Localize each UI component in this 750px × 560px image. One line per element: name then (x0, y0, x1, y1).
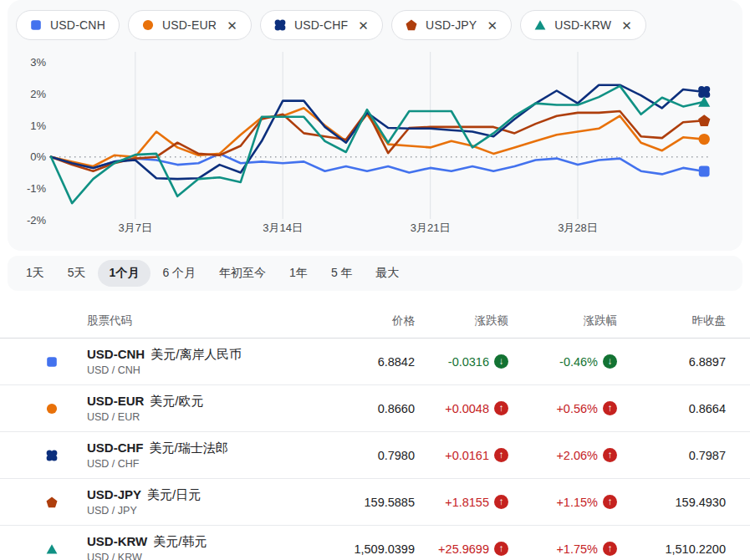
pct-cell: +0.56%↑ (508, 401, 617, 415)
quotes-table: 股票代码 价格 涨跌额 涨跌幅 昨收盘 USD-CNH美元/离岸人民币 USD … (0, 304, 750, 560)
symbol-code: USD-KRW (87, 534, 147, 548)
table-row-usd-krw[interactable]: USD-KRW美元/韩元 USD / KRW 1,509.0399 +25.96… (0, 526, 750, 560)
svg-text:-2%: -2% (27, 214, 47, 227)
series-marker-triangle-icon (534, 19, 546, 31)
price-cell: 6.8842 (331, 355, 415, 369)
price-cell: 0.7980 (331, 449, 415, 462)
range-button-5y[interactable]: 5 年 (319, 260, 365, 287)
change-value: +1.8155 (445, 496, 489, 509)
symbol-name: 美元/瑞士法郎 (150, 440, 228, 455)
chip-label: USD-KRW (554, 18, 611, 32)
price-cell: 159.5885 (331, 496, 415, 509)
chip-usd-eur[interactable]: USD-EUR ✕ (128, 10, 252, 40)
svg-text:3月14日: 3月14日 (263, 221, 303, 234)
symbol-pair: USD / CNH (87, 364, 331, 376)
svg-text:-1%: -1% (27, 182, 47, 195)
arrow-up-icon: ↑ (494, 401, 508, 415)
range-button-max[interactable]: 最大 (365, 260, 411, 287)
col-pct: 涨跌幅 (508, 313, 617, 328)
arrow-up-icon: ↑ (603, 448, 617, 462)
prev-close-cell: 0.8664 (617, 402, 726, 415)
series-marker-pentagon-icon (406, 19, 417, 31)
symbol-code: USD-JPY (87, 487, 141, 501)
pct-cell: +1.15%↑ (508, 495, 617, 509)
col-symbol: 股票代码 (75, 313, 331, 328)
symbol-name: 美元/韩元 (153, 534, 207, 548)
pct-cell: +1.75%↑ (508, 542, 617, 556)
svg-text:2%: 2% (30, 88, 46, 100)
symbol-pair: USD / CHF (87, 458, 331, 470)
pct-cell: -0.46%↓ (508, 354, 617, 369)
chip-usd-krw[interactable]: USD-KRW ✕ (520, 10, 646, 40)
change-cell: -0.0316↓ (415, 354, 508, 369)
svg-text:0%: 0% (30, 150, 46, 163)
table-row-usd-eur[interactable]: USD-EUR美元/欧元 USD / EUR 0.8660 +0.0048↑ +… (0, 385, 750, 432)
price-cell: 0.8660 (331, 402, 415, 415)
close-icon[interactable]: ✕ (358, 19, 369, 32)
pct-value: +0.56% (556, 402, 598, 415)
series-marker-square-icon (30, 19, 42, 31)
change-cell: +25.9699↑ (415, 542, 508, 556)
chip-label: USD-EUR (162, 18, 217, 32)
series-marker-circle-icon (142, 19, 154, 31)
prev-close-cell: 0.7987 (617, 449, 726, 462)
chip-usd-cnh[interactable]: USD-CNH (16, 10, 120, 40)
svg-text:3月7日: 3月7日 (119, 221, 152, 234)
range-button-ytd[interactable]: 年初至今 (207, 260, 278, 287)
chip-label: USD-CHF (294, 18, 348, 32)
change-cell: +0.0161↑ (415, 448, 508, 462)
time-range-bar: 1天 5天 1个月 6 个月 年初至今 1年 5 年 最大 (8, 256, 742, 291)
arrow-down-icon: ↓ (603, 354, 617, 369)
prev-close-cell: 6.8897 (617, 355, 726, 369)
arrow-up-icon: ↑ (494, 448, 508, 462)
symbol-code: USD-EUR (87, 394, 144, 408)
change-cell: +0.0048↑ (415, 401, 508, 415)
symbol-code: USD-CNH (87, 347, 145, 361)
series-marker-clover-icon (274, 19, 286, 31)
pct-cell: +2.06%↑ (508, 448, 617, 462)
range-button-1m[interactable]: 1个月 (98, 260, 151, 287)
svg-text:3月28日: 3月28日 (558, 221, 598, 234)
chip-usd-chf[interactable]: USD-CHF ✕ (260, 10, 383, 40)
close-icon[interactable]: ✕ (621, 19, 632, 32)
symbol-name: 美元/日元 (147, 487, 201, 501)
table-row-usd-cnh[interactable]: USD-CNH美元/离岸人民币 USD / CNH 6.8842 -0.0316… (0, 339, 750, 385)
arrow-down-icon: ↓ (494, 354, 508, 369)
chip-label: USD-CNH (50, 18, 105, 32)
col-change: 涨跌额 (415, 313, 508, 328)
range-button-1y[interactable]: 1年 (278, 260, 319, 287)
close-icon[interactable]: ✕ (487, 19, 497, 32)
range-button-1d[interactable]: 1天 (14, 260, 56, 287)
chart-card: USD-CNH USD-EUR ✕ USD-CHF ✕ USD-JPY ✕ US… (8, 0, 742, 251)
arrow-up-icon: ↑ (494, 495, 508, 509)
arrow-up-icon: ↑ (494, 542, 508, 556)
comparison-line-chart[interactable]: 3月7日3月14日3月21日3月28日3%2%1%0%-1%-2% (8, 45, 742, 251)
range-button-5d[interactable]: 5天 (56, 260, 98, 287)
change-value: +25.9699 (438, 542, 489, 556)
pct-value: +1.15% (556, 496, 598, 509)
price-cell: 1,509.0399 (331, 542, 415, 556)
pct-value: +2.06% (556, 449, 598, 462)
change-value: +0.0161 (445, 449, 489, 462)
chip-usd-jpy[interactable]: USD-JPY ✕ (391, 10, 512, 40)
close-icon[interactable]: ✕ (227, 19, 237, 32)
symbol-pair: USD / EUR (87, 411, 331, 423)
table-row-usd-chf[interactable]: USD-CHF美元/瑞士法郎 USD / CHF 0.7980 +0.0161↑… (0, 432, 750, 479)
row-symbol-icon (46, 496, 58, 508)
svg-text:3%: 3% (30, 56, 46, 69)
symbol-pair: USD / KRW (87, 552, 331, 560)
symbol-name: 美元/离岸人民币 (151, 347, 242, 361)
arrow-up-icon: ↑ (603, 542, 617, 556)
svg-text:1%: 1% (30, 120, 46, 132)
change-cell: +1.8155↑ (415, 495, 508, 509)
arrow-up-icon: ↑ (603, 401, 617, 415)
row-symbol-icon (46, 450, 58, 461)
col-prev-close: 昨收盘 (617, 313, 726, 328)
table-row-usd-jpy[interactable]: USD-JPY美元/日元 USD / JPY 159.5885 +1.8155↑… (0, 479, 750, 526)
row-symbol-icon (46, 356, 58, 368)
row-symbol-icon (46, 543, 58, 555)
prev-close-cell: 159.4930 (617, 496, 726, 509)
pct-value: +1.75% (556, 542, 598, 556)
range-button-6m[interactable]: 6 个月 (151, 260, 207, 287)
pct-value: -0.46% (559, 355, 598, 369)
